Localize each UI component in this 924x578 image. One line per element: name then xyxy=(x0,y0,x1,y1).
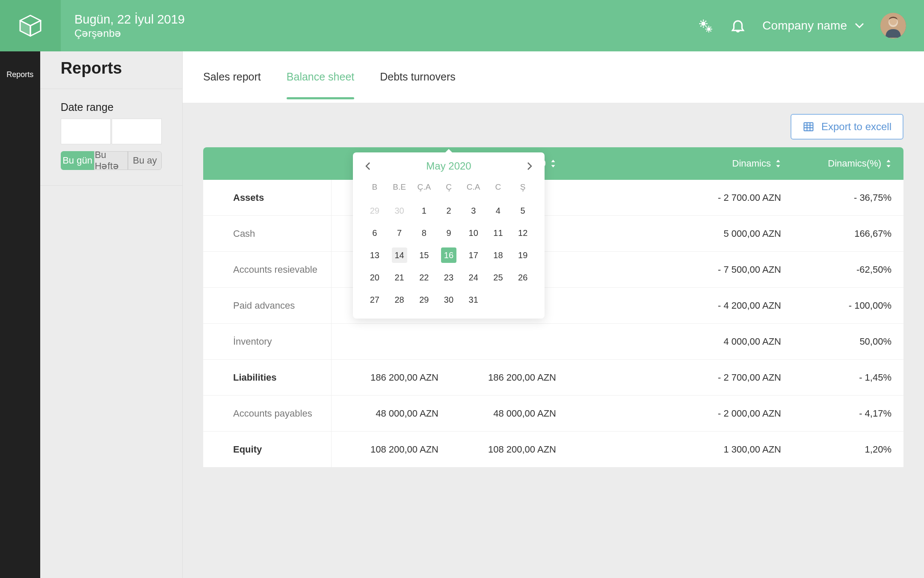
nav-sidebar: Reports xyxy=(0,51,40,578)
row-label: Accounts resievable xyxy=(203,252,332,287)
left-panel: Reports Date range Bu gün Bu Həftə Bu ay xyxy=(40,51,183,578)
calendar-day[interactable]: 14 xyxy=(392,247,407,263)
range-today-button[interactable]: Bu gün xyxy=(61,151,95,170)
calendar-day[interactable]: 2 xyxy=(441,203,456,218)
svg-rect-5 xyxy=(804,123,813,131)
page-title: Reports xyxy=(61,59,162,77)
table-row: Assets18- 2 700.00 AZN- 36,75% xyxy=(203,180,903,216)
settings-icon[interactable] xyxy=(697,18,714,34)
calendar-day[interactable]: 3 xyxy=(466,203,481,218)
calendar-day[interactable]: 28 xyxy=(392,292,407,307)
table-row: Equity108 200,00 AZN108 200,00 AZN1 300,… xyxy=(203,432,903,468)
calendar-day[interactable]: 8 xyxy=(416,225,432,241)
sort-icon xyxy=(550,160,556,167)
calendar-day[interactable]: 10 xyxy=(466,225,481,241)
cube-logo-icon xyxy=(18,13,43,39)
calendar-day[interactable]: 31 xyxy=(466,292,481,307)
table-row: Cash5 000,00 AZN166,67% xyxy=(203,216,903,252)
row-label: Equity xyxy=(203,432,332,467)
calendar-day[interactable]: 13 xyxy=(367,247,382,263)
header-date-block: Bugün, 22 İyul 2019 Çərşənbə xyxy=(74,12,185,39)
svg-point-1 xyxy=(707,27,711,31)
calendar-day[interactable]: 20 xyxy=(367,270,382,285)
cell: 108 200,00 AZN xyxy=(450,444,568,455)
calendar-day[interactable]: 1 xyxy=(416,203,432,218)
calendar-day[interactable]: 30 xyxy=(392,203,407,218)
table-row: Paid advances- 4 200,00 AZN- 100,00% xyxy=(203,288,903,324)
date-input-to[interactable] xyxy=(112,119,162,144)
row-label: Liabilities xyxy=(203,360,332,395)
main-content: Sales report Balance sheet Debts turnove… xyxy=(183,51,924,578)
calendar-dow: Ç xyxy=(436,180,461,196)
calendar-day[interactable]: 30 xyxy=(441,292,456,307)
cell: 50,00% xyxy=(793,336,903,347)
calendar-dow: C.A xyxy=(461,180,486,196)
nav-reports[interactable]: Reports xyxy=(0,57,40,84)
avatar[interactable] xyxy=(880,13,906,39)
calendar-day[interactable]: 11 xyxy=(490,225,506,241)
calendar-day[interactable]: 27 xyxy=(367,292,382,307)
calendar-title: May 2020 xyxy=(426,160,471,172)
tab-debts-turnovers[interactable]: Debts turnovers xyxy=(380,54,455,99)
export-label: Export to excell xyxy=(821,121,891,133)
table-row: Accounts resievable1- 7 500,00 AZN-62,50… xyxy=(203,252,903,288)
cell: - 1,45% xyxy=(793,372,903,383)
calendar-day[interactable]: 19 xyxy=(515,247,530,263)
header-day: Çərşənbə xyxy=(74,27,185,39)
th-dinamics-percent[interactable]: Dinamics(%) xyxy=(793,158,903,169)
svg-point-0 xyxy=(702,21,706,26)
calendar-day[interactable]: 25 xyxy=(490,270,506,285)
cell: 1 300,00 AZN xyxy=(680,444,793,455)
filter-section: Date range Bu gün Bu Həftə Bu ay xyxy=(40,89,182,186)
bell-icon[interactable] xyxy=(730,18,746,34)
calendar-day[interactable]: 7 xyxy=(392,225,407,241)
tab-sales-report[interactable]: Sales report xyxy=(203,54,261,99)
cell: -62,50% xyxy=(793,264,903,275)
calendar-day[interactable]: 6 xyxy=(367,225,382,241)
company-dropdown[interactable]: Company name xyxy=(762,19,864,33)
calendar-day[interactable]: 26 xyxy=(515,270,530,285)
balance-table: 01.01.2020 01.01.2020 + Dinamics Din xyxy=(203,147,903,468)
date-range-label: Date range xyxy=(61,101,162,113)
calendar-prev-icon[interactable] xyxy=(363,161,373,171)
calendar-dow: B xyxy=(362,180,387,196)
calendar-day[interactable]: 4 xyxy=(490,203,506,218)
calendar-day[interactable]: 29 xyxy=(416,292,432,307)
cell: 166,67% xyxy=(793,228,903,239)
cell: - 2 700,00 AZN xyxy=(680,372,793,383)
table-row: İnventory4 000,00 AZN50,00% xyxy=(203,324,903,360)
calendar-day[interactable]: 16 xyxy=(441,247,456,263)
cell: 4 000,00 AZN xyxy=(680,336,793,347)
th-dinamics[interactable]: Dinamics xyxy=(680,158,793,169)
row-label: Accounts payables xyxy=(203,396,332,431)
calendar-day[interactable]: 18 xyxy=(490,247,506,263)
calendar-day[interactable]: 5 xyxy=(515,203,530,218)
logo-box[interactable] xyxy=(0,0,61,51)
calendar-day[interactable]: 22 xyxy=(416,270,432,285)
calendar-day[interactable]: 12 xyxy=(515,225,530,241)
calendar-dow: Ç.A xyxy=(412,180,436,196)
export-excel-button[interactable]: Export to excell xyxy=(791,114,903,140)
row-label: İnventory xyxy=(203,324,332,359)
table-body: Assets18- 2 700.00 AZN- 36,75%Cash5 000,… xyxy=(203,180,903,468)
cell: - 2 700.00 AZN xyxy=(680,192,793,203)
tab-balance-sheet[interactable]: Balance sheet xyxy=(287,54,354,99)
calendar-day[interactable]: 17 xyxy=(466,247,481,263)
header-date: Bugün, 22 İyul 2019 xyxy=(74,12,185,27)
cell: 48 000,00 AZN xyxy=(450,408,568,419)
range-week-button[interactable]: Bu Həftə xyxy=(94,151,128,170)
calendar-day[interactable]: 9 xyxy=(441,225,456,241)
sort-icon xyxy=(775,160,781,167)
row-label: Assets xyxy=(203,180,332,215)
calendar-next-icon[interactable] xyxy=(524,161,534,171)
calendar-day[interactable]: 23 xyxy=(441,270,456,285)
content-area: Export to excell 01.01.2020 01.01.2020 + xyxy=(183,103,924,578)
calendar-day[interactable]: 21 xyxy=(392,270,407,285)
calendar-day[interactable]: 24 xyxy=(466,270,481,285)
range-month-button[interactable]: Bu ay xyxy=(128,151,162,170)
calendar-day[interactable]: 15 xyxy=(416,247,432,263)
table-header: 01.01.2020 01.01.2020 + Dinamics Din xyxy=(203,147,903,180)
calendar-day[interactable]: 29 xyxy=(367,203,382,218)
date-input-from[interactable] xyxy=(61,119,111,144)
calendar-dow: C xyxy=(486,180,511,196)
